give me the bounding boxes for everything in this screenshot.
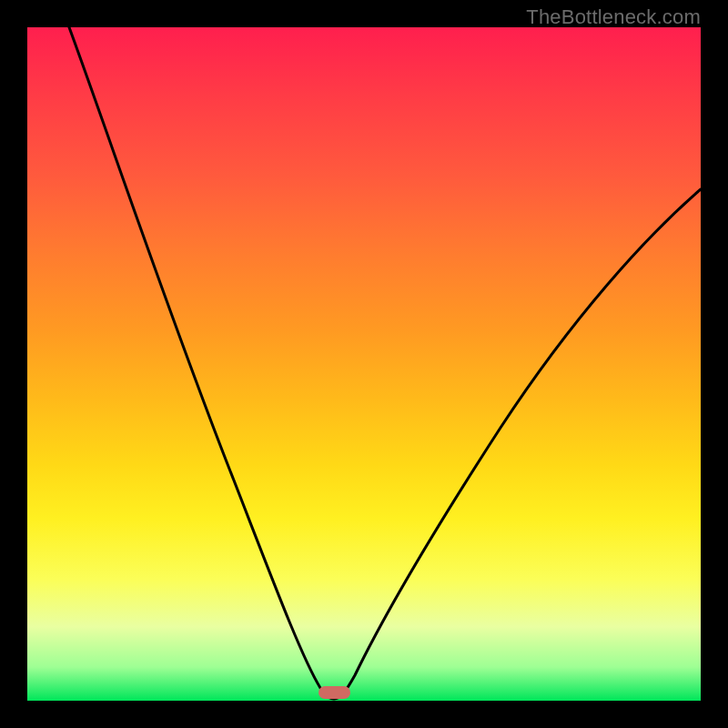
bottleneck-curve bbox=[27, 27, 701, 701]
curve-path bbox=[69, 27, 701, 699]
optimum-marker bbox=[318, 686, 350, 699]
chart-frame: TheBottleneck.com bbox=[0, 0, 728, 728]
watermark-text: TheBottleneck.com bbox=[526, 5, 701, 29]
plot-area bbox=[27, 27, 701, 701]
